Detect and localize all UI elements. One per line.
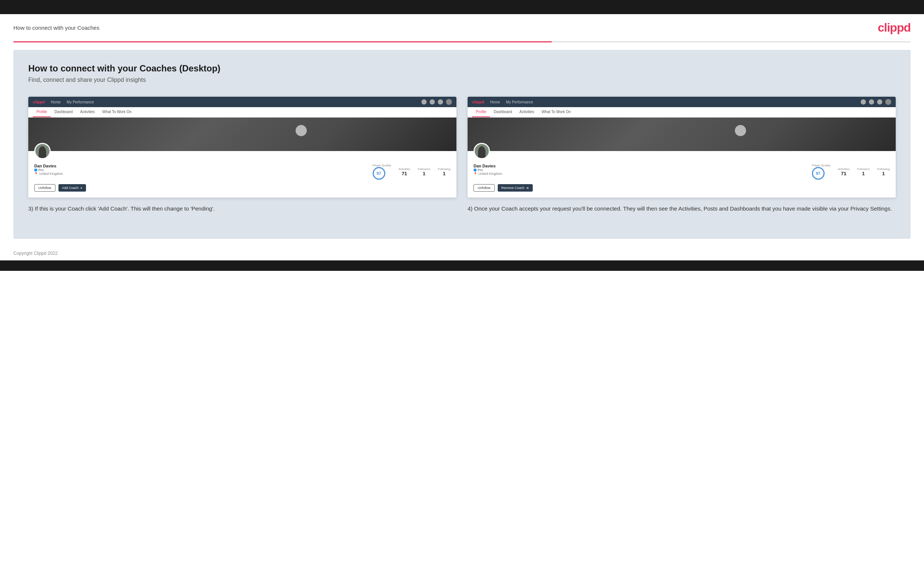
stat-quality-1: Player Quality 97: [373, 164, 391, 180]
user-avatar-2: [473, 143, 490, 159]
following-label-1: Following: [438, 168, 451, 171]
mock-logo-2: clippd: [472, 100, 484, 104]
user-icon-2: [869, 99, 874, 105]
stat-quality-2: Player Quality 97: [812, 164, 830, 180]
description-2: 4) Once your Coach accepts your request …: [468, 204, 896, 213]
mock-nav-2: clippd Home My Performance: [468, 97, 896, 107]
avatar-wrap-1: [34, 143, 51, 159]
plus-icon-1: +: [80, 185, 82, 190]
logo: clippd: [878, 21, 911, 35]
tab-what-to-work-on-2[interactable]: What To Work On: [538, 107, 575, 117]
followers-label-1: Followers: [418, 168, 430, 171]
stat-following-2: Following 1: [877, 168, 890, 176]
activities-value-2: 71: [838, 171, 850, 176]
mock-profile-1: Dan Davies Pro 📍 United Kingdom: [28, 151, 456, 198]
tab-dashboard-2[interactable]: Dashboard: [490, 107, 515, 117]
activities-value-1: 71: [398, 171, 410, 176]
mock-nav-icons-2: [861, 99, 891, 105]
user-avatar-1: [34, 143, 51, 159]
tab-dashboard-1[interactable]: Dashboard: [51, 107, 76, 117]
user-role-1: Pro: [34, 168, 64, 172]
activities-label-1: Activities: [398, 168, 410, 171]
mock-browser-2: clippd Home My Performance Profile Dashb…: [468, 97, 896, 198]
header-divider: [13, 41, 911, 42]
user-name-2: Dan Davies: [473, 164, 503, 168]
add-coach-button-1[interactable]: Add Coach +: [58, 184, 86, 192]
screenshot-col-1: clippd Home My Performance Profile Dashb…: [28, 97, 456, 213]
followers-value-2: 1: [857, 171, 870, 176]
followers-value-1: 1: [418, 171, 430, 176]
stat-followers-1: Followers 1: [418, 168, 430, 176]
search-icon-2: [861, 99, 866, 105]
header-title: How to connect with your Coaches: [13, 24, 99, 31]
mock-tabs-2: Profile Dashboard Activities What To Wor…: [468, 107, 896, 118]
activities-label-2: Activities: [838, 168, 850, 171]
tab-activities-1[interactable]: Activities: [76, 107, 98, 117]
following-value-2: 1: [877, 171, 890, 176]
mock-nav-1: clippd Home My Performance: [28, 97, 456, 107]
stat-activities-2: Activities 71: [838, 168, 850, 176]
mock-hero-1: [28, 118, 456, 151]
avatar-figure-1: [39, 146, 46, 158]
following-label-2: Following: [877, 168, 890, 171]
tab-profile-2[interactable]: Profile: [472, 107, 490, 117]
x-icon: ✕: [526, 186, 529, 190]
role-icon-1: [34, 169, 37, 171]
hero-circle-2: [735, 125, 746, 136]
quality-circle-2: 97: [812, 167, 825, 180]
location-icon-1: 📍: [34, 172, 38, 176]
remove-coach-button[interactable]: Remove Coach ✕: [498, 184, 533, 192]
user-location-1: 📍 United Kingdom: [34, 172, 64, 176]
main-content: How to connect with your Coaches (Deskto…: [13, 50, 911, 239]
mock-profile-2: Dan Davies Pro 📍 United Kingdom: [468, 151, 896, 198]
mock-hero-2: [468, 118, 896, 151]
location-icon-2: 📍: [473, 172, 477, 176]
settings-icon-1: [438, 99, 443, 105]
settings-icon-2: [877, 99, 882, 105]
top-bar: [0, 0, 924, 14]
stat-followers-2: Followers 1: [857, 168, 870, 176]
mock-browser-1: clippd Home My Performance Profile Dashb…: [28, 97, 456, 198]
unfollow-button-1[interactable]: Unfollow: [34, 184, 55, 192]
mock-logo-1: clippd: [33, 100, 45, 104]
mock-nav-performance-2: My Performance: [506, 100, 533, 104]
user-icon-1: [430, 99, 435, 105]
mock-nav-home-2: Home: [490, 100, 500, 104]
search-icon-1: [422, 99, 426, 105]
user-location-2: 📍 United Kingdom: [473, 172, 503, 176]
avatar-figure-2: [478, 146, 485, 158]
screenshots-row: clippd Home My Performance Profile Dashb…: [28, 97, 896, 213]
header: How to connect with your Coaches clippd: [0, 14, 924, 41]
copyright: Copyright Clippd 2022: [13, 251, 58, 256]
mock-profile-info-2: Dan Davies Pro 📍 United Kingdom: [473, 164, 890, 180]
hero-circle-1: [296, 125, 307, 136]
user-name-1: Dan Davies: [34, 164, 64, 168]
avatar-icon-1: [446, 99, 452, 105]
avatar-wrap-2: [473, 143, 490, 159]
mock-profile-info-1: Dan Davies Pro 📍 United Kingdom: [34, 164, 451, 180]
main-title: How to connect with your Coaches (Deskto…: [28, 63, 896, 74]
tab-activities-2[interactable]: Activities: [515, 107, 538, 117]
user-details-1: Dan Davies Pro 📍 United Kingdom: [34, 164, 64, 176]
following-value-1: 1: [438, 171, 451, 176]
footer: Copyright Clippd 2022: [0, 246, 924, 260]
mock-buttons-2: Unfollow Remove Coach ✕: [473, 184, 890, 192]
avatar-icon-2: [885, 99, 891, 105]
main-subtitle: Find, connect and share your Clippd insi…: [28, 77, 896, 83]
tab-profile-1[interactable]: Profile: [33, 107, 51, 117]
followers-label-2: Followers: [857, 168, 870, 171]
bottom-bar: [0, 260, 924, 271]
quality-circle-1: 97: [373, 167, 385, 180]
tab-what-to-work-on-1[interactable]: What To Work On: [99, 107, 136, 117]
mock-buttons-1: Unfollow Add Coach +: [34, 184, 451, 192]
user-role-2: Pro: [473, 168, 503, 172]
mock-tabs-1: Profile Dashboard Activities What To Wor…: [28, 107, 456, 118]
screenshot-col-2: clippd Home My Performance Profile Dashb…: [468, 97, 896, 213]
mock-stats-1: Player Quality 97 Activities 71 Follower…: [71, 164, 451, 180]
mock-stats-2: Player Quality 97 Activities 71 Follower…: [511, 164, 890, 180]
unfollow-button-2[interactable]: Unfollow: [473, 184, 495, 192]
description-1: 3) If this is your Coach click 'Add Coac…: [28, 204, 456, 213]
stat-activities-1: Activities 71: [398, 168, 410, 176]
mock-nav-home-1: Home: [51, 100, 61, 104]
mock-nav-icons-1: [422, 99, 452, 105]
